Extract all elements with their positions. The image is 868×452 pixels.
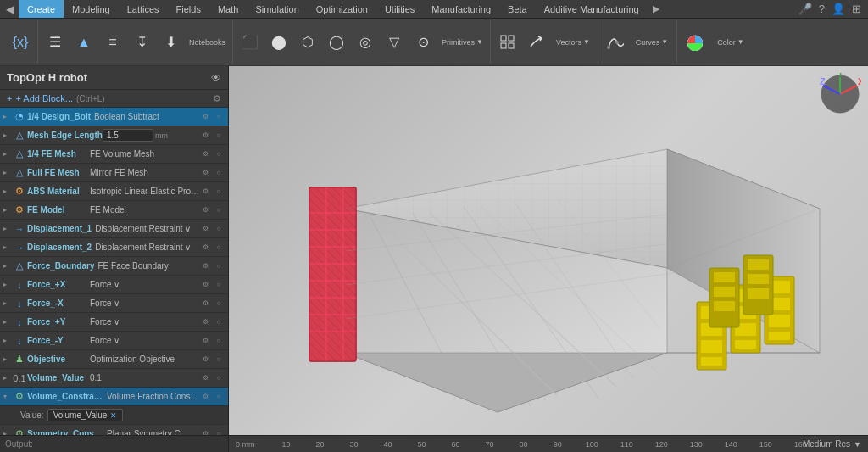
- item-settings-fe_model[interactable]: ⚙: [199, 204, 211, 216]
- vector-arrow-button[interactable]: [523, 22, 550, 63]
- list-item-volume_value[interactable]: ▸0.1Volume_Value0.1⚙○: [0, 369, 228, 388]
- mic-icon[interactable]: 🎤: [798, 3, 812, 15]
- item-close-displacement_2[interactable]: ○: [213, 242, 225, 254]
- torus-button[interactable]: ◎: [352, 22, 379, 63]
- item-settings-force_nx[interactable]: ⚙: [199, 298, 211, 310]
- resolution-selector[interactable]: Medium Res ▼: [803, 439, 861, 449]
- curves-label: Curves ▼: [636, 38, 668, 47]
- item-settings-design_bolt[interactable]: ⚙: [199, 111, 211, 123]
- item-settings-force_px[interactable]: ⚙: [199, 279, 211, 291]
- item-close-design_bolt[interactable]: ○: [213, 111, 225, 123]
- sidebar-settings-icon[interactable]: ⚙: [213, 93, 221, 104]
- notebook-list2-button[interactable]: ≡: [99, 22, 126, 63]
- color-dropdown[interactable]: Color ▼: [709, 22, 752, 63]
- list-item-objective[interactable]: ▸♟ObjectiveOptimization Objective⚙○: [0, 350, 228, 369]
- vector-grid-button[interactable]: [494, 22, 521, 63]
- item-settings-force_py[interactable]: ⚙: [199, 316, 211, 328]
- cube-button[interactable]: ⬛: [236, 22, 264, 63]
- menu-back-button[interactable]: ◀: [0, 0, 19, 19]
- list-item-fe_mesh_quarter[interactable]: ▸△1/4 FE MeshFE Volume Mesh⚙○: [0, 145, 228, 164]
- sub-value-close[interactable]: ✕: [110, 411, 117, 420]
- list-item-abs_material[interactable]: ▸⚙ABS MaterialIsotropic Linear Elastic P…: [0, 182, 228, 201]
- item-close-force_px[interactable]: ○: [213, 279, 225, 291]
- item-close-fe_mesh_quarter[interactable]: ○: [213, 148, 225, 160]
- list-item-force_py[interactable]: ▸↓Force_+YForce ∨⚙○: [0, 313, 228, 332]
- list-item-volume_constraint[interactable]: ▾⚙Volume_ConstraintVolume Fraction Cons.…: [0, 388, 228, 406]
- cylinder-button[interactable]: ◯: [323, 22, 350, 63]
- menu-tab-lattices[interactable]: Lattices: [119, 0, 168, 18]
- color-button[interactable]: [681, 22, 708, 63]
- item-settings-displacement_2[interactable]: ⚙: [199, 242, 211, 254]
- menu-tab-utilities[interactable]: Utilities: [376, 0, 423, 18]
- item-close-force_py[interactable]: ○: [213, 316, 225, 328]
- sub-value-volume_constraint[interactable]: Volume_Value ✕: [47, 409, 124, 421]
- item-close-abs_material[interactable]: ○: [213, 186, 225, 198]
- menu-tab-beta[interactable]: Beta: [499, 0, 536, 18]
- list-button[interactable]: ☰: [42, 22, 69, 63]
- cone-button[interactable]: ▽: [381, 22, 408, 63]
- menu-tab-optimization[interactable]: Optimization: [308, 0, 376, 18]
- expression-button[interactable]: {x}: [7, 22, 34, 63]
- sphere-button[interactable]: ⬤: [265, 22, 292, 63]
- item-close-full_fe_mesh[interactable]: ○: [213, 167, 225, 179]
- mesh-edge-input[interactable]: [103, 129, 153, 142]
- menu-tab-manufacturing[interactable]: Manufacturing: [423, 0, 499, 18]
- list-item-displacement_1[interactable]: ▸→Displacement_1Displacement Restraint ∨…: [0, 220, 228, 238]
- grid-icon[interactable]: ⊞: [852, 3, 861, 15]
- item-settings-objective[interactable]: ⚙: [199, 354, 211, 366]
- item-settings-mesh_edge[interactable]: ⚙: [199, 130, 211, 142]
- list-item-force_px[interactable]: ▸↓Force_+XForce ∨⚙○: [0, 276, 228, 294]
- item-settings-force_ny[interactable]: ⚙: [199, 335, 211, 347]
- menu-tab-fields[interactable]: Fields: [168, 0, 209, 18]
- ring-button[interactable]: ⊙: [409, 22, 437, 63]
- item-close-force_nx[interactable]: ○: [213, 298, 225, 310]
- item-settings-force_boundary[interactable]: ⚙: [199, 260, 211, 272]
- ruler-150: 150: [760, 440, 772, 449]
- menu-more-button[interactable]: ▶: [648, 3, 665, 14]
- notebook-tri-button[interactable]: ▲: [70, 22, 97, 63]
- help-icon[interactable]: ?: [819, 3, 825, 15]
- vectors-dropdown[interactable]: Vectors ▼: [552, 22, 594, 63]
- notebook-list3-button[interactable]: ↧: [128, 22, 155, 63]
- sidebar-eye-icon[interactable]: 👁: [211, 72, 221, 84]
- item-close-objective[interactable]: ○: [213, 354, 225, 366]
- viewport[interactable]: X Y Z 0 mm 10 20 30 40 50 60 70 80 90 10…: [229, 66, 868, 452]
- notebook-down-button[interactable]: ⬇: [157, 22, 184, 63]
- item-close-volume_constraint[interactable]: ○: [213, 391, 225, 403]
- menu-tab-simulation[interactable]: Simulation: [247, 0, 307, 18]
- item-settings-fe_mesh_quarter[interactable]: ⚙: [199, 148, 211, 160]
- list-item-symmetry_constraint[interactable]: ▸⚙Symmetry_ConstraintPlanar Symmetry C..…: [0, 425, 228, 435]
- curve-button[interactable]: [602, 22, 629, 63]
- list-item-force_boundary[interactable]: ▸△Force_BoundaryFE Face Boundary⚙○: [0, 257, 228, 276]
- list-item-displacement_2[interactable]: ▸→Displacement_2Displacement Restraint ∨…: [0, 238, 228, 257]
- item-close-volume_value[interactable]: ○: [213, 372, 225, 384]
- notebooks-dropdown[interactable]: Notebooks: [186, 22, 229, 63]
- add-block-button[interactable]: + + Add Block... (Ctrl+L): [7, 92, 105, 105]
- hex-button[interactable]: ⬡: [294, 22, 321, 63]
- item-settings-volume_constraint[interactable]: ⚙: [199, 391, 211, 403]
- item-settings-full_fe_mesh[interactable]: ⚙: [199, 167, 211, 179]
- menu-tab-math[interactable]: Math: [209, 0, 247, 18]
- item-settings-volume_value[interactable]: ⚙: [199, 372, 211, 384]
- list-item-full_fe_mesh[interactable]: ▸△Full FE MeshMirror FE Mesh⚙○: [0, 164, 228, 182]
- user-icon[interactable]: 👤: [832, 3, 845, 15]
- list-item-mesh_edge[interactable]: ▸△Mesh Edge Lengthmm⚙○: [0, 126, 228, 145]
- list-item-force_nx[interactable]: ▸↓Force_-XForce ∨⚙○: [0, 294, 228, 313]
- item-settings-symmetry_constraint[interactable]: ⚙: [199, 428, 211, 436]
- primitives-dropdown[interactable]: Primitives ▼: [438, 22, 487, 63]
- curves-dropdown[interactable]: Curves ▼: [631, 22, 673, 63]
- menu-tab-additive-manufacturing[interactable]: Additive Manufacturing: [536, 0, 648, 18]
- item-close-symmetry_constraint[interactable]: ○: [213, 428, 225, 436]
- item-close-force_ny[interactable]: ○: [213, 335, 225, 347]
- item-close-fe_model[interactable]: ○: [213, 204, 225, 216]
- list-item-design_bolt[interactable]: ▸◔1/4 Design_BoltBoolean Subtract⚙○: [0, 108, 228, 126]
- menu-tab-create[interactable]: Create: [19, 0, 64, 18]
- item-close-force_boundary[interactable]: ○: [213, 260, 225, 272]
- item-settings-displacement_1[interactable]: ⚙: [199, 223, 211, 235]
- list-item-force_ny[interactable]: ▸↓Force_-YForce ∨⚙○: [0, 332, 228, 350]
- item-settings-abs_material[interactable]: ⚙: [199, 186, 211, 198]
- list-item-fe_model[interactable]: ▸⚙FE ModelFE Model⚙○: [0, 201, 228, 220]
- menu-tab-modeling[interactable]: Modeling: [64, 0, 119, 18]
- item-close-mesh_edge[interactable]: ○: [213, 130, 225, 142]
- item-close-displacement_1[interactable]: ○: [213, 223, 225, 235]
